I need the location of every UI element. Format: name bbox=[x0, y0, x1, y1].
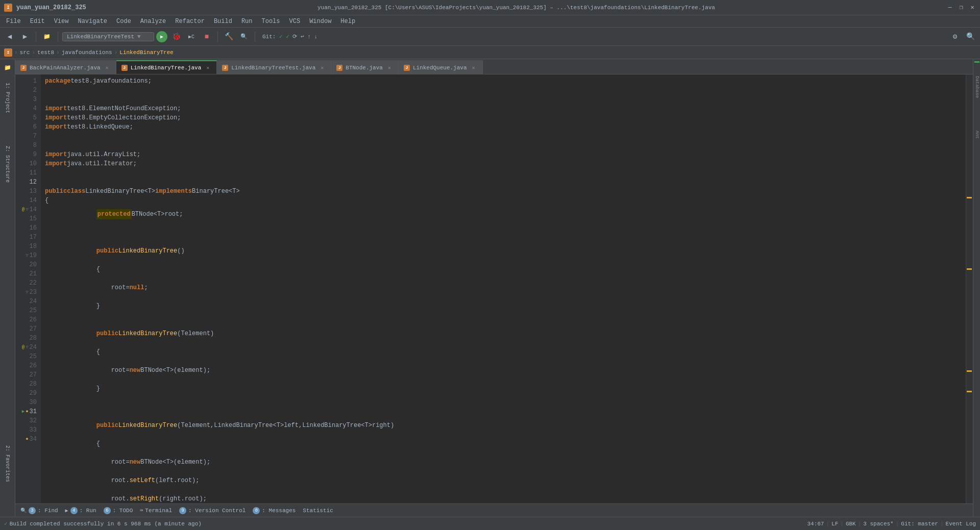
coverage-button[interactable]: ▶C bbox=[185, 30, 198, 43]
line-num-28: 27 bbox=[17, 324, 37, 334]
run-tool[interactable]: ▶ 4 : Run bbox=[62, 506, 100, 515]
tab-linkedbinarytreetest[interactable]: J LinkedBinaryTreeTest.java ✕ bbox=[217, 60, 331, 74]
menu-window[interactable]: Window bbox=[305, 17, 335, 26]
tab-linkedqueue[interactable]: J LinkedQueue.java ✕ bbox=[399, 60, 483, 74]
sidebar-structure-label[interactable]: Z: Structure bbox=[3, 142, 12, 187]
breadcrumb-sep-3: › bbox=[114, 49, 118, 56]
sidebar-favorites-label[interactable]: 2: Favorites bbox=[3, 441, 12, 486]
statistic-tool[interactable]: Statistic bbox=[300, 507, 336, 515]
menu-file[interactable]: File bbox=[2, 17, 25, 26]
gutter-warning-1 bbox=[967, 197, 972, 198]
menu-edit[interactable]: Edit bbox=[26, 17, 49, 26]
tab-close-backpain[interactable]: ✕ bbox=[104, 64, 111, 71]
run-config-selector[interactable]: LinkedBinaryTreeTest ▼ bbox=[62, 32, 154, 41]
debug-button[interactable]: 🐞 bbox=[169, 30, 183, 43]
git-fetch-icon: ↓ bbox=[314, 34, 318, 40]
todo-num: 6 bbox=[104, 507, 111, 514]
ant-label[interactable]: Ant bbox=[974, 131, 979, 139]
vcs-label: : Version Control bbox=[188, 508, 246, 514]
git-check-1: ✓ bbox=[279, 34, 283, 40]
find-tool[interactable]: 🔍 3 : Find bbox=[17, 506, 61, 515]
menu-help[interactable]: Help bbox=[336, 17, 359, 26]
line-num-11: 11 bbox=[17, 168, 37, 178]
minimize-button[interactable]: — bbox=[946, 4, 953, 11]
line-num-27: 26 bbox=[17, 315, 37, 324]
close-button[interactable]: ✕ bbox=[969, 4, 976, 11]
tab-backpainanalyzer[interactable]: J BackPainAnalyzer.java ✕ bbox=[15, 60, 116, 74]
tab-btnode[interactable]: J BTNode.java ✕ bbox=[331, 60, 399, 74]
terminal-tool[interactable]: ⌨ Terminal bbox=[137, 507, 175, 515]
line-num-22: 21 bbox=[17, 269, 37, 279]
menu-analyze[interactable]: Analyze bbox=[136, 17, 170, 26]
line-num-40: ● 34 bbox=[17, 435, 37, 444]
back-button[interactable]: ◀ bbox=[3, 30, 16, 43]
recent-files-button[interactable]: 📁 bbox=[40, 30, 54, 43]
menu-run[interactable]: Run bbox=[237, 17, 257, 26]
sidebar-project-label[interactable]: 1: Project bbox=[3, 79, 12, 117]
breadcrumb-sep-1: › bbox=[32, 49, 35, 56]
stop-button[interactable]: ■ bbox=[200, 30, 213, 43]
tab-label-linkedbinarytree: LinkedBinaryTree.java bbox=[131, 65, 202, 71]
tab-close-linkedbinarytree[interactable]: ✕ bbox=[204, 64, 211, 71]
search-button[interactable]: 🔍 bbox=[964, 30, 977, 43]
tab-close-linkedqueue[interactable]: ✕ bbox=[470, 64, 477, 71]
annotation-icon-14: @ bbox=[22, 205, 24, 214]
statistic-label: Statistic bbox=[303, 508, 333, 514]
line-num-9: 9 bbox=[17, 150, 37, 159]
line-num-35: 29 bbox=[17, 389, 37, 398]
gutter-warning-4 bbox=[967, 391, 972, 392]
code-line-16 bbox=[45, 223, 962, 233]
breadcrumb-test8[interactable]: test8 bbox=[37, 49, 54, 56]
messages-label: : Messages bbox=[262, 508, 296, 514]
app-name: yuan_yuan_20182_325 bbox=[16, 4, 86, 11]
run-config-label: LinkedBinaryTreeTest bbox=[67, 34, 134, 40]
breadcrumb-linkedbinarytree[interactable]: LinkedBinaryTree bbox=[119, 49, 174, 56]
menu-tools[interactable]: Tools bbox=[258, 17, 284, 26]
breadcrumb-sep-0: › bbox=[14, 49, 18, 56]
menu-view[interactable]: View bbox=[50, 17, 73, 26]
line-num-12: 12 bbox=[17, 178, 37, 187]
breadcrumb-sep-2: › bbox=[56, 49, 60, 56]
line-num-6: 6 bbox=[17, 122, 37, 132]
database-label[interactable]: Database bbox=[974, 76, 979, 98]
git-check-2: ✓ bbox=[286, 34, 289, 40]
run-button[interactable]: ▶ bbox=[156, 31, 167, 42]
build-button[interactable]: 🔨 bbox=[222, 30, 235, 43]
code-line-2 bbox=[45, 86, 962, 95]
gutter-warning-2 bbox=[967, 268, 972, 270]
menu-build[interactable]: Build bbox=[210, 17, 236, 26]
tab-close-lbttest[interactable]: ✕ bbox=[318, 64, 326, 71]
messages-tool[interactable]: 0 : Messages bbox=[250, 506, 299, 515]
git-label: Git: bbox=[262, 34, 276, 40]
code-content[interactable]: package test8.javafoundations; import te… bbox=[41, 74, 966, 506]
line-num-30: @ ▽ 24 bbox=[17, 343, 37, 352]
menu-code[interactable]: Code bbox=[112, 17, 135, 26]
tab-close-btnode[interactable]: ✕ bbox=[386, 64, 393, 71]
code-line-4: import test8.ElementNotFoundException; bbox=[45, 104, 962, 113]
tab-bar: J BackPainAnalyzer.java ✕ J LinkedBinary… bbox=[15, 59, 973, 74]
search-everywhere-button[interactable]: 🔍 bbox=[237, 30, 251, 43]
vcs-tool[interactable]: 9 : Version Control bbox=[176, 506, 249, 515]
menu-refactor[interactable]: Refactor bbox=[171, 17, 209, 26]
menu-navigate[interactable]: Navigate bbox=[74, 17, 111, 26]
left-sidebar: 📁 1: Project Z: Structure 2: Favorites bbox=[0, 59, 15, 517]
restore-button[interactable]: ❐ bbox=[958, 4, 965, 11]
code-line-19: { bbox=[45, 260, 962, 279]
git-rollback-icon: ↩ bbox=[301, 34, 304, 40]
run-icon-31[interactable]: ▶ bbox=[22, 407, 24, 416]
tab-icon-linkedqueue: J bbox=[404, 65, 410, 71]
breadcrumb-javafoundations[interactable]: javafoundations bbox=[62, 49, 112, 56]
breadcrumb-src[interactable]: src bbox=[20, 49, 30, 56]
project-panel-icon[interactable]: 📁 bbox=[2, 61, 14, 73]
settings-button[interactable]: ⚙ bbox=[948, 30, 962, 43]
tab-label-lbttest: LinkedBinaryTreeTest.java bbox=[231, 65, 315, 71]
todo-tool[interactable]: 6 : TODO bbox=[101, 506, 136, 515]
editor-area: J BackPainAnalyzer.java ✕ J LinkedBinary… bbox=[15, 59, 973, 517]
line-num-29: 28 bbox=[17, 334, 37, 343]
menu-vcs[interactable]: VCS bbox=[285, 17, 305, 26]
todo-label: : TODO bbox=[113, 508, 133, 514]
find-num: 3 bbox=[29, 507, 36, 514]
code-editor: 1 2 3 4 5 6 7 8 9 10 11 12 13 14 @ ▽ 14 bbox=[15, 74, 973, 506]
tab-linkedbinarytree[interactable]: J LinkedBinaryTree.java ✕ bbox=[116, 60, 217, 74]
forward-button[interactable]: ▶ bbox=[18, 30, 32, 43]
